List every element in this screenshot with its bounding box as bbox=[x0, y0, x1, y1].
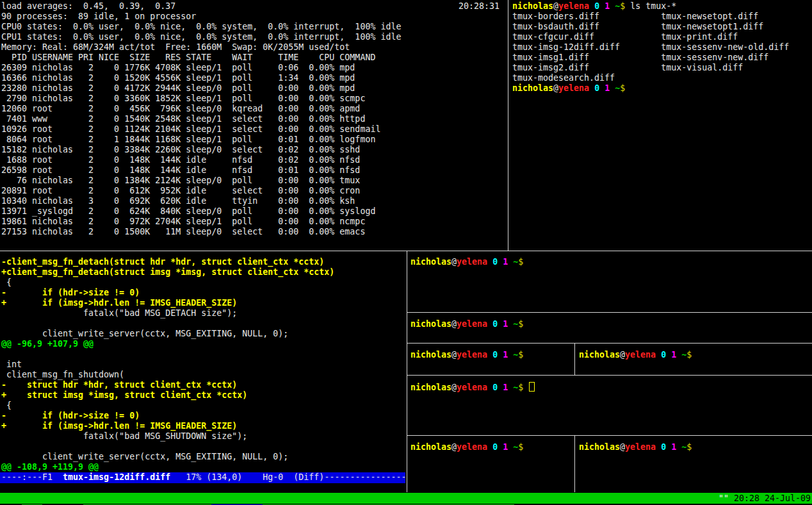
prompt-segment: $ bbox=[518, 383, 523, 392]
prompt-segment: 0 bbox=[492, 350, 498, 360]
pane-shell-6[interactable]: nicholas@yelena 0 1 ~$ bbox=[407, 436, 574, 492]
prompt-segment bbox=[508, 383, 513, 392]
diff-line: -client_msg_fn_detach(struct hdr *hdr, s… bbox=[1, 257, 405, 267]
prompt-segment bbox=[508, 257, 513, 267]
pane-shell-1[interactable]: nicholas@yelena 0 1 ~$ bbox=[407, 252, 812, 312]
prompt-segment: yelena bbox=[625, 350, 656, 360]
prompt-segment: ~ bbox=[615, 83, 620, 93]
prompt-segment: yelena bbox=[558, 83, 589, 93]
prompt-segment: 1 bbox=[503, 319, 508, 329]
prompt-segment: nicholas bbox=[410, 383, 451, 392]
status-right: "" 20:28 24-Jul-09 bbox=[719, 493, 811, 504]
prompt-segment: 1 bbox=[605, 83, 610, 93]
pane-border-vertical-top[interactable] bbox=[508, 0, 508, 251]
diff-line: - struct hdr *hdr, struct client_ctx *cc… bbox=[1, 380, 405, 390]
diff-line: { bbox=[1, 401, 405, 411]
diff-line: - if (hdr->size != 0) bbox=[1, 411, 405, 421]
modeline-prefix: ----:---F1 bbox=[1, 472, 63, 482]
prompt-segment bbox=[508, 350, 513, 360]
pane-shell-4[interactable]: nicholas@yelena 0 1 ~$ bbox=[575, 344, 812, 375]
shell-prompt: nicholas@yelena 0 1 ~$ bbox=[512, 1, 625, 11]
shell-prompt: nicholas@yelena 0 1 ~$ bbox=[410, 257, 523, 267]
prompt-segment: @ bbox=[451, 319, 457, 329]
prompt-segment: 0 bbox=[492, 257, 498, 267]
ls-output: tmux-borders.diff tmux-newsetopt.diff tm… bbox=[512, 12, 812, 83]
shell-prompt: nicholas@yelena 0 1 ~$ bbox=[579, 350, 692, 360]
prompt-segment: 0 bbox=[594, 1, 599, 11]
diff-line bbox=[1, 319, 405, 329]
prompt-segment bbox=[498, 319, 503, 329]
prompt-segment: yelena bbox=[457, 257, 487, 267]
diff-line bbox=[1, 349, 405, 360]
prompt-segment: @ bbox=[620, 442, 625, 452]
status-segment[interactable]: "" bbox=[719, 493, 734, 503]
prompt-segment bbox=[676, 442, 681, 452]
prompt-segment bbox=[498, 442, 503, 452]
prompt-segment bbox=[498, 257, 503, 267]
diff-line: client_msg_fn_shutdown( bbox=[1, 370, 405, 380]
prompt-segment: nicholas bbox=[512, 1, 553, 11]
diff-line: client_write_server(cctx, MSG_EXITING, N… bbox=[1, 452, 405, 462]
prompt-segment: 1 bbox=[503, 442, 508, 452]
shell-line: nicholas@yelena 0 1 ~$ bbox=[512, 83, 812, 94]
shell-line: nicholas@yelena 0 1 ~$ls tmux-* bbox=[512, 1, 812, 12]
prompt-segment: 0 bbox=[492, 442, 498, 452]
prompt-segment: nicholas bbox=[579, 442, 620, 452]
shell-prompt: nicholas@yelena 0 1 ~$ bbox=[579, 442, 692, 452]
pane-shell-ls[interactable]: nicholas@yelena 0 1 ~$ls tmux-* tmux-bor… bbox=[510, 0, 812, 251]
prompt-segment: 0 bbox=[594, 83, 599, 93]
prompt-segment: 1 bbox=[503, 257, 508, 267]
prompt-segment: yelena bbox=[457, 350, 487, 360]
modeline-dashes: ---------------- bbox=[324, 472, 405, 482]
prompt-segment: @ bbox=[553, 1, 558, 11]
shell-prompt: nicholas@yelena 0 1 ~$ bbox=[410, 319, 523, 329]
pane-shell-active[interactable]: nicholas@yelena 0 1 ~$ bbox=[407, 376, 812, 435]
prompt-segment: ~ bbox=[615, 1, 620, 11]
diff-line: + struct imsg *imsg, struct client_ctx *… bbox=[1, 390, 405, 401]
shell-prompt: nicholas@yelena 0 1 ~$ bbox=[512, 83, 625, 93]
prompt-segment: 0 bbox=[492, 383, 498, 392]
diff-line: @@ -108,9 +119,9 @@ bbox=[1, 462, 405, 472]
process-table: 26309 nicholas 2 0 1776K 4708K sleep/1 p… bbox=[1, 63, 507, 237]
prompt-segment: $ bbox=[686, 350, 692, 360]
emacs-modeline: ----:---F1 tmux-imsg-12diff.diff 17% (13… bbox=[0, 472, 405, 483]
prompt-segment bbox=[498, 383, 503, 392]
terminal-screen: 20:28:31 load averages: 0.45, 0.39, 0.37… bbox=[0, 0, 812, 505]
diff-line: fatalx("bad MSG_DETACH size"); bbox=[1, 308, 405, 319]
pane-top-command[interactable]: 20:28:31 load averages: 0.45, 0.39, 0.37… bbox=[0, 0, 507, 251]
prompt-segment bbox=[610, 1, 615, 11]
pane-emacs-diff[interactable]: -client_msg_fn_detach(struct hdr *hdr, s… bbox=[0, 252, 405, 492]
prompt-segment: 1 bbox=[671, 350, 676, 360]
prompt-segment: ~ bbox=[681, 350, 686, 360]
prompt-segment bbox=[656, 350, 661, 360]
pane-shell-2[interactable]: nicholas@yelena 0 1 ~$ bbox=[407, 313, 812, 343]
prompt-segment: $ bbox=[518, 319, 523, 329]
tmux-status-bar: [0] 0:irssi# 1:todo 2:ncmpc- 3:mutt 4:ss… bbox=[0, 493, 812, 504]
prompt-segment bbox=[610, 83, 615, 93]
prompt-segment: ~ bbox=[681, 442, 686, 452]
prompt-segment: @ bbox=[620, 350, 625, 360]
prompt-segment: yelena bbox=[457, 383, 487, 392]
prompt-segment: 1 bbox=[503, 383, 508, 392]
pane-shell-3[interactable]: nicholas@yelena 0 1 ~$ bbox=[407, 344, 574, 375]
prompt-segment: 1 bbox=[671, 442, 676, 452]
prompt-segment bbox=[487, 319, 492, 329]
prompt-segment: 1 bbox=[605, 1, 610, 11]
prompt-segment: @ bbox=[553, 83, 558, 93]
prompt-segment: yelena bbox=[457, 319, 487, 329]
prompt-segment: ~ bbox=[513, 257, 518, 267]
prompt-segment: 1 bbox=[503, 350, 508, 360]
status-segment[interactable]: 20:28 24-Jul-09 bbox=[734, 493, 811, 503]
diff-line: @@ -96,9 +107,9 @@ bbox=[1, 339, 405, 349]
prompt-segment bbox=[498, 350, 503, 360]
prompt-segment: $ bbox=[518, 442, 523, 452]
prompt-segment bbox=[508, 442, 513, 452]
pane-border-horizontal-main[interactable] bbox=[0, 251, 812, 251]
prompt-segment: nicholas bbox=[410, 319, 451, 329]
pane-shell-7[interactable]: nicholas@yelena 0 1 ~$ bbox=[575, 436, 812, 492]
prompt-segment: yelena bbox=[457, 442, 487, 452]
prompt-segment: yelena bbox=[625, 442, 656, 452]
prompt-segment bbox=[666, 350, 671, 360]
prompt-segment bbox=[599, 1, 605, 11]
process-table-header-row: PID USERNAME PRI NICE SIZE RES STATE WAI… bbox=[1, 53, 507, 63]
